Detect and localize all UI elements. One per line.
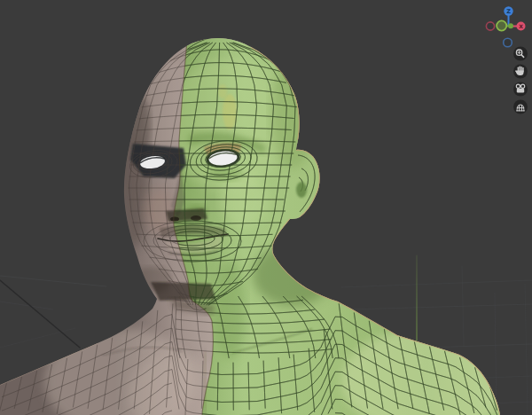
projection-toggle-button[interactable] [513,100,528,114]
gizmo-axis-z-negative[interactable] [504,38,512,47]
gizmo-axis-x[interactable]: X [517,22,526,31]
pan-button[interactable] [513,65,528,79]
forehead-mark [223,94,237,129]
blender-viewport[interactable]: Z X [0,0,532,415]
zoom-button[interactable] [513,47,528,61]
gizmo-axis-y[interactable] [508,23,513,28]
gizmo-axis-x-negative[interactable] [486,22,494,30]
gizmo-z-label: Z [506,8,511,15]
gizmo-axis-y-negative[interactable] [497,20,506,30]
camera-view-button[interactable] [513,82,528,97]
gizmo-x-label: X [519,23,523,29]
gizmo-axis-z[interactable]: Z [504,6,512,15]
